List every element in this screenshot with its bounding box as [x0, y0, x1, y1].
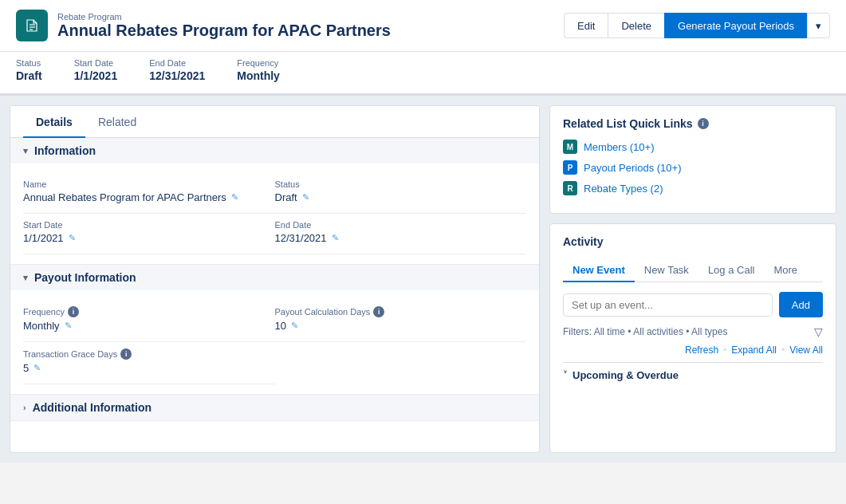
field-frequency-value: Monthly ✎ [23, 320, 256, 332]
view-all-link[interactable]: View All [789, 345, 823, 356]
quick-link-rebate-types: R Rebate Types (2) [563, 181, 823, 195]
payout-fields-grid: Frequency i Monthly ✎ Payout Calculation… [23, 300, 526, 384]
field-transaction-grace-days-label: Transaction Grace Days i [23, 348, 256, 360]
activity-title: Activity [563, 235, 823, 248]
upcoming-chevron-icon: ˅ [563, 370, 568, 380]
left-panel: Details Related ▾ Information Name Annua… [10, 105, 540, 453]
right-panel: Related List Quick Links i M Members (10… [549, 105, 836, 453]
payout-calc-days-info-icon[interactable]: i [373, 306, 384, 317]
field-frequency: Frequency i Monthly ✎ [23, 300, 275, 342]
payout-section-body: Frequency i Monthly ✎ Payout Calculation… [10, 290, 539, 394]
refresh-link[interactable]: Refresh [685, 345, 718, 356]
meta-row: Status Draft Start Date 1/1/2021 End Dat… [0, 52, 846, 96]
tab-new-task[interactable]: New Task [635, 258, 698, 282]
action-links: Refresh • Expand All • View All [563, 345, 823, 356]
edit-button[interactable]: Edit [564, 13, 608, 38]
information-section-body: Name Annual Rebates Program for APAC Par… [10, 163, 539, 264]
payout-section-title: Payout Information [34, 271, 136, 284]
start-date-edit-icon[interactable]: ✎ [69, 233, 76, 243]
members-icon: M [563, 140, 577, 154]
field-payout-calc-days-value: 10 ✎ [275, 320, 527, 332]
dropdown-button[interactable]: ▾ [807, 13, 830, 38]
additional-section-title: Additional Information [33, 401, 151, 414]
meta-end-date-label: End Date [149, 58, 205, 68]
upcoming-label: Upcoming & Overdue [573, 369, 679, 381]
field-name-value: Annual Rebates Program for APAC Partners… [23, 191, 256, 203]
field-transaction-grace-days-value: 5 ✎ [23, 362, 256, 374]
activity-tabs: New Event New Task Log a Call More [563, 258, 823, 282]
meta-frequency-value: Monthly [237, 69, 280, 82]
field-start-date-label: Start Date [23, 220, 256, 230]
additional-section-header[interactable]: › Additional Information [10, 395, 539, 420]
event-input-row: Add [563, 292, 823, 317]
frequency-info-icon[interactable]: i [68, 306, 79, 317]
meta-end-date-value: 12/31/2021 [149, 69, 205, 82]
rebate-types-icon: R [563, 181, 577, 195]
field-name: Name Annual Rebates Program for APAC Par… [23, 173, 275, 214]
field-end-date: End Date 12/31/2021 ✎ [275, 214, 527, 254]
expand-all-link[interactable]: Expand All [731, 345, 777, 356]
information-section: ▾ Information Name Annual Rebates Progra… [10, 138, 539, 265]
field-payout-calc-days-label: Payout Calculation Days i [275, 306, 527, 317]
status-edit-icon[interactable]: ✎ [302, 192, 309, 203]
field-name-label: Name [23, 179, 256, 189]
payout-calc-days-edit-icon[interactable]: ✎ [291, 321, 298, 331]
chevron-down-icon: ▾ [816, 20, 821, 32]
field-frequency-label: Frequency i [23, 306, 256, 317]
tab-related[interactable]: Related [85, 106, 149, 138]
page-title: Annual Rebates Program for APAC Partners [57, 22, 391, 40]
detail-tabs: Details Related [10, 106, 539, 138]
field-payout-calc-days: Payout Calculation Days i 10 ✎ [275, 300, 527, 342]
chevron-right-icon: › [23, 403, 26, 412]
filter-icon[interactable]: ▽ [814, 325, 823, 338]
header-left: Rebate Program Annual Rebates Program fo… [16, 10, 391, 41]
members-link[interactable]: Members (10+) [584, 141, 655, 153]
field-status-value: Draft ✎ [275, 191, 527, 203]
payout-periods-icon: P [563, 160, 577, 175]
page-header: Rebate Program Annual Rebates Program fo… [0, 0, 846, 52]
field-end-date-label: End Date [275, 220, 527, 230]
frequency-edit-icon[interactable]: ✎ [65, 321, 72, 331]
activity-card: Activity New Event New Task Log a Call M… [549, 223, 836, 453]
meta-frequency-label: Frequency [237, 58, 280, 68]
record-type-label: Rebate Program [57, 12, 391, 22]
event-input[interactable] [563, 293, 773, 317]
field-end-date-value: 12/31/2021 ✎ [275, 232, 527, 244]
content-area: Details Related ▾ Information Name Annua… [0, 96, 846, 463]
header-actions: Edit Delete Generate Payout Periods ▾ [564, 13, 830, 38]
meta-frequency: Frequency Monthly [237, 58, 280, 82]
upcoming-header[interactable]: ˅ Upcoming & Overdue [563, 369, 823, 381]
quick-links-title: Related List Quick Links i [563, 117, 823, 130]
quick-link-payout-periods: P Payout Periods (10+) [563, 160, 823, 175]
additional-information-section: › Additional Information [10, 395, 539, 421]
add-button[interactable]: Add [779, 292, 823, 317]
rebate-types-link[interactable]: Rebate Types (2) [584, 183, 663, 195]
quick-link-members: M Members (10+) [563, 140, 823, 154]
information-section-header[interactable]: ▾ Information [10, 138, 539, 163]
end-date-edit-icon[interactable]: ✎ [332, 233, 339, 243]
header-title-block: Rebate Program Annual Rebates Program fo… [57, 12, 391, 40]
payout-section-header[interactable]: ▾ Payout Information [10, 265, 539, 290]
upcoming-section: ˅ Upcoming & Overdue [563, 362, 823, 381]
transaction-grace-days-info-icon[interactable]: i [120, 348, 132, 360]
field-status-label: Status [275, 179, 527, 189]
tab-new-event[interactable]: New Event [563, 258, 635, 282]
name-edit-icon[interactable]: ✎ [231, 192, 238, 203]
svg-rect-0 [23, 17, 41, 34]
payout-periods-link[interactable]: Payout Periods (10+) [584, 162, 681, 174]
tab-details[interactable]: Details [23, 106, 85, 138]
tab-log-call[interactable]: Log a Call [698, 258, 765, 282]
filters-text: Filters: All time • All activities • All… [563, 326, 727, 337]
field-start-date-value: 1/1/2021 ✎ [23, 232, 256, 244]
field-start-date: Start Date 1/1/2021 ✎ [23, 214, 275, 254]
transaction-grace-days-edit-icon[interactable]: ✎ [33, 363, 41, 373]
field-transaction-grace-days: Transaction Grace Days i 5 ✎ [23, 342, 275, 384]
meta-status: Status Draft [16, 58, 42, 82]
meta-status-value: Draft [16, 69, 42, 82]
meta-start-date: Start Date 1/1/2021 [74, 58, 118, 82]
tab-more[interactable]: More [764, 258, 807, 282]
chevron-down-icon: ▾ [23, 146, 28, 156]
quick-links-info-icon[interactable]: i [698, 118, 709, 129]
generate-payout-button[interactable]: Generate Payout Periods [664, 13, 807, 38]
delete-button[interactable]: Delete [608, 13, 664, 38]
